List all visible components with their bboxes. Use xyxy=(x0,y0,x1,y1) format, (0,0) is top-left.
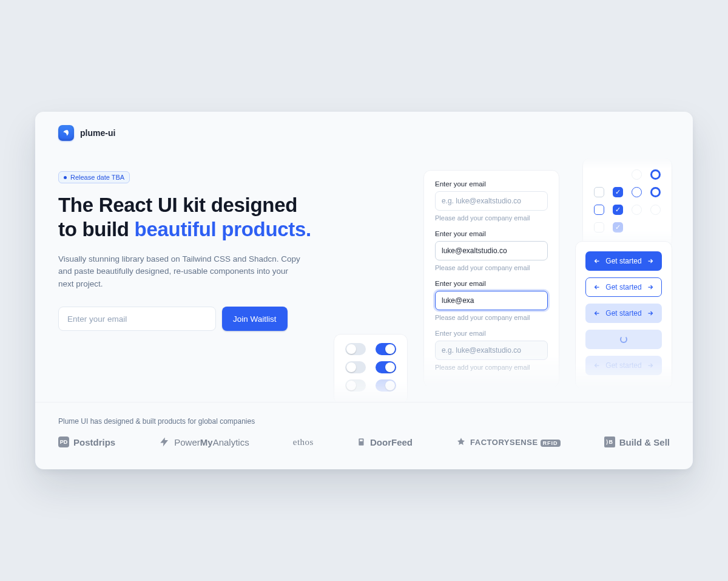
input-helper: Please add your company email xyxy=(435,364,548,371)
input-disabled xyxy=(435,341,548,360)
arrow-right-icon xyxy=(647,257,654,265)
logo-doorfeed: DoorFeed xyxy=(357,437,413,447)
toggle-on[interactable] xyxy=(376,361,396,373)
toggle-on[interactable] xyxy=(376,343,396,355)
button-variant-soft[interactable]: Get started xyxy=(585,304,662,323)
arrow-right-icon xyxy=(647,284,654,291)
doorfeed-icon xyxy=(357,437,366,447)
input-filled[interactable] xyxy=(435,241,548,260)
input-helper: Please add your company email xyxy=(435,214,548,222)
arrow-left-icon xyxy=(593,284,601,291)
input-helper: Please add your company email xyxy=(435,314,548,321)
spinner-icon xyxy=(620,336,627,343)
logo-buildsell: ⟩B Build & Sell xyxy=(604,437,670,447)
input-label: Enter your email xyxy=(435,230,548,237)
headline-accent: beautiful products. xyxy=(135,218,311,240)
input-label-disabled: Enter your email xyxy=(435,330,548,337)
button-label: Get started xyxy=(605,361,641,370)
footer-caption: Plume UI has designed & built products f… xyxy=(58,417,670,426)
toggle-off-disabled xyxy=(345,379,366,392)
toggle-off[interactable] xyxy=(345,361,366,373)
toggle-on-disabled xyxy=(376,379,396,392)
button-variant-outline[interactable]: Get started xyxy=(585,277,662,297)
input-helper: Please add your company email xyxy=(435,264,548,271)
radio-disabled xyxy=(632,205,642,215)
button-label: Get started xyxy=(605,283,641,291)
postdrips-icon: PD xyxy=(58,437,69,447)
input-empty[interactable] xyxy=(435,191,548,211)
preview-toggles-card xyxy=(334,334,408,402)
social-proof-footer: Plume UI has designed & built products f… xyxy=(35,402,693,469)
radio-disabled xyxy=(650,205,661,215)
buildsell-icon: ⟩B xyxy=(604,437,615,447)
subheading: Visually stunning library based on Tailw… xyxy=(58,253,301,291)
headline-line2-pre: to build xyxy=(58,218,135,240)
checkbox-checked[interactable]: ✓ xyxy=(613,205,623,215)
logo-ethos: ethos xyxy=(293,437,314,447)
arrow-left-icon xyxy=(593,310,601,317)
brand-name: plume-ui xyxy=(80,128,115,138)
logo-powermyanalytics: PowerMyAnalytics xyxy=(159,437,249,447)
component-preview-area: Enter your email Please add your company… xyxy=(352,171,670,402)
site-header: plume-ui xyxy=(35,112,693,147)
preview-buttons-card: Get started Get started Get started xyxy=(575,241,672,389)
logo-postdrips: PD Postdrips xyxy=(58,437,115,447)
button-label: Get started xyxy=(605,309,641,318)
checkbox-unchecked[interactable] xyxy=(594,187,604,197)
arrow-left-icon xyxy=(593,257,601,265)
input-label: Enter your email xyxy=(435,180,548,188)
headline: The React UI kit designed to build beaut… xyxy=(58,193,337,242)
waitlist-form: Join Waitlist xyxy=(58,307,337,331)
email-input[interactable] xyxy=(58,307,216,331)
checkbox-checked[interactable]: ✓ xyxy=(613,187,623,197)
input-focused[interactable] xyxy=(435,291,548,310)
arrow-left-icon xyxy=(593,362,601,369)
release-tag: Release date TBA xyxy=(58,171,130,183)
factorysense-icon xyxy=(456,437,466,447)
release-tag-text: Release date TBA xyxy=(70,174,124,181)
toggle-off[interactable] xyxy=(345,343,366,355)
arrow-right-icon xyxy=(647,362,654,369)
pma-icon xyxy=(159,437,170,447)
company-logos-row: PD Postdrips PowerMyAnalytics ethos Door… xyxy=(58,437,670,447)
arrow-right-icon xyxy=(647,310,654,317)
radio-unchecked-outlined[interactable] xyxy=(632,187,642,197)
join-waitlist-button[interactable]: Join Waitlist xyxy=(222,307,288,331)
radio-checked[interactable] xyxy=(650,169,661,180)
button-variant-loading xyxy=(585,330,662,349)
headline-line1: The React UI kit designed xyxy=(58,194,297,216)
preview-inputs-card: Enter your email Please add your company… xyxy=(423,170,559,387)
input-label: Enter your email xyxy=(435,280,548,287)
radio-checked[interactable] xyxy=(650,187,661,197)
svg-rect-1 xyxy=(360,440,363,441)
checkbox-checked-disabled: ✓ xyxy=(613,222,623,233)
button-variant-disabled: Get started xyxy=(585,356,662,375)
hero-section: Release date TBA The React UI kit design… xyxy=(35,147,693,402)
brand-logo-icon xyxy=(58,125,74,141)
logo-factorysense: FACTORYSENSERFID xyxy=(456,437,560,447)
button-label: Get started xyxy=(605,257,641,265)
radio-unchecked[interactable] xyxy=(632,169,642,180)
button-variant-filled[interactable]: Get started xyxy=(585,251,662,271)
preview-checks-card: ✓ ✓ ✓ xyxy=(582,158,672,249)
page-window: plume-ui Release date TBA The React UI k… xyxy=(35,112,693,469)
hero-copy: Release date TBA The React UI kit design… xyxy=(58,171,337,402)
checkbox-disabled xyxy=(594,222,604,233)
checkbox-unchecked-outlined[interactable] xyxy=(594,205,604,215)
